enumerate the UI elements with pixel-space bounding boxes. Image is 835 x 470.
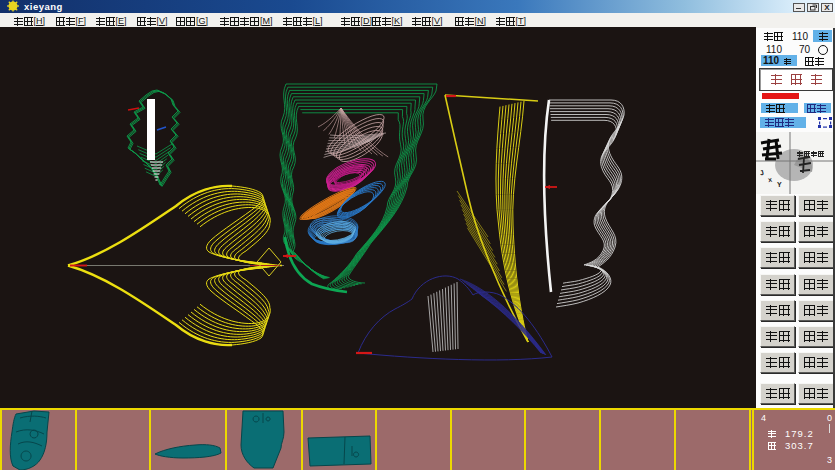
svg-text:J: J [759, 169, 765, 177]
svg-text:x: x [767, 176, 772, 184]
svg-text:Y: Y [777, 181, 782, 188]
